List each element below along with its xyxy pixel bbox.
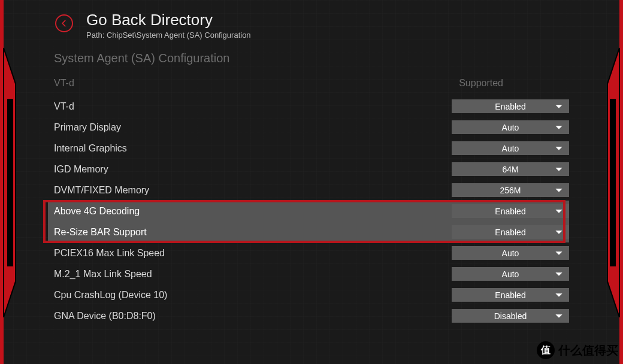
settings-list: VT-dEnabledPrimary DisplayAutoInternal G… bbox=[48, 96, 569, 326]
setting-value: Auto bbox=[502, 248, 519, 258]
chevron-down-icon bbox=[555, 250, 563, 256]
setting-row[interactable]: IGD Memory64M bbox=[48, 159, 569, 180]
setting-value: Disabled bbox=[494, 311, 527, 321]
setting-select[interactable]: Enabled bbox=[452, 99, 569, 113]
setting-select[interactable]: Auto bbox=[452, 120, 569, 134]
setting-label: DVMT/FIXED Memory bbox=[54, 185, 452, 196]
setting-select[interactable]: 64M bbox=[452, 162, 569, 176]
setting-select[interactable]: Auto bbox=[452, 141, 569, 155]
chevron-down-icon bbox=[555, 104, 563, 110]
setting-value: 256M bbox=[500, 186, 521, 195]
setting-value: Auto bbox=[502, 144, 519, 153]
chevron-down-icon bbox=[555, 166, 563, 172]
chevron-down-icon bbox=[555, 313, 563, 319]
setting-select[interactable]: 256M bbox=[452, 183, 569, 197]
setting-select[interactable]: Auto bbox=[452, 246, 569, 260]
setting-label: M.2_1 Max Link Speed bbox=[54, 269, 452, 280]
frame-accent-right bbox=[605, 0, 623, 364]
setting-select[interactable]: Auto bbox=[452, 267, 569, 281]
status-row: VT-d Supported bbox=[54, 78, 569, 89]
setting-select[interactable]: Enabled bbox=[452, 288, 569, 302]
setting-value: Enabled bbox=[495, 207, 525, 216]
chevron-down-icon bbox=[555, 145, 563, 151]
setting-row[interactable]: DVMT/FIXED Memory256M bbox=[48, 180, 569, 201]
setting-value: Enabled bbox=[495, 228, 525, 237]
setting-row[interactable]: Re-Size BAR SupportEnabled bbox=[48, 222, 569, 242]
setting-value: Auto bbox=[502, 123, 519, 132]
setting-row[interactable]: Primary DisplayAuto bbox=[48, 117, 569, 138]
back-button[interactable] bbox=[55, 14, 73, 32]
setting-row[interactable]: Cpu CrashLog (Device 10)Enabled bbox=[48, 284, 569, 305]
setting-select[interactable]: Disabled bbox=[452, 309, 569, 323]
chevron-down-icon bbox=[555, 187, 563, 193]
chevron-down-icon bbox=[555, 292, 563, 298]
setting-label: Primary Display bbox=[54, 122, 452, 133]
chevron-down-icon bbox=[555, 271, 563, 277]
setting-label: Internal Graphics bbox=[54, 143, 452, 154]
setting-row[interactable]: VT-dEnabled bbox=[48, 96, 569, 117]
chevron-down-icon bbox=[555, 125, 563, 131]
chevron-down-icon bbox=[555, 229, 563, 235]
setting-row[interactable]: PCIEX16 Max Link SpeedAuto bbox=[48, 242, 569, 263]
setting-label: IGD Memory bbox=[54, 164, 452, 175]
section-title: System Agent (SA) Configuration bbox=[54, 51, 229, 65]
setting-label: VT-d bbox=[54, 101, 452, 112]
chevron-left-icon bbox=[60, 19, 68, 28]
setting-value: Enabled bbox=[495, 290, 525, 300]
status-value: Supported bbox=[459, 78, 569, 89]
breadcrumb: Path: ChipSet\System Agent (SA) Configur… bbox=[86, 31, 251, 40]
setting-value: 64M bbox=[502, 165, 518, 174]
header: Go Back Directory Path: ChipSet\System A… bbox=[55, 11, 251, 40]
chevron-down-icon bbox=[555, 208, 563, 214]
setting-label: Above 4G Decoding bbox=[54, 206, 452, 217]
setting-row[interactable]: M.2_1 Max Link SpeedAuto bbox=[48, 263, 569, 284]
watermark: 值 什么值得买 bbox=[537, 341, 618, 359]
setting-value: Auto bbox=[502, 269, 519, 279]
setting-label: PCIEX16 Max Link Speed bbox=[54, 248, 452, 259]
status-label: VT-d bbox=[54, 78, 74, 89]
page-title: Go Back Directory bbox=[86, 11, 251, 29]
setting-value: Enabled bbox=[495, 102, 525, 111]
watermark-badge: 值 bbox=[537, 341, 555, 359]
setting-label: GNA Device (B0:D8:F0) bbox=[54, 311, 452, 321]
setting-row[interactable]: GNA Device (B0:D8:F0)Disabled bbox=[48, 305, 569, 326]
watermark-text: 什么值得买 bbox=[558, 342, 618, 359]
setting-select[interactable]: Enabled bbox=[452, 204, 569, 218]
setting-label: Re-Size BAR Support bbox=[54, 227, 452, 238]
setting-row[interactable]: Internal GraphicsAuto bbox=[48, 138, 569, 159]
frame-accent-left bbox=[0, 0, 18, 364]
setting-select[interactable]: Enabled bbox=[452, 225, 569, 239]
setting-label: Cpu CrashLog (Device 10) bbox=[54, 290, 452, 301]
setting-row[interactable]: Above 4G DecodingEnabled bbox=[48, 201, 569, 222]
